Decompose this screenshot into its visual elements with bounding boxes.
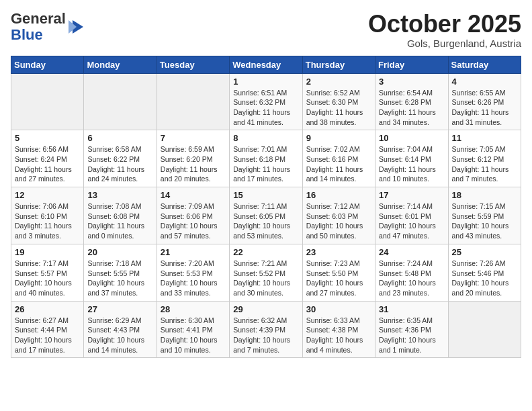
day-info: Sunrise: 7:05 AM Sunset: 6:12 PM Dayligh… [452,144,517,184]
day-number: 26 [15,304,80,314]
day-info: Sunrise: 7:23 AM Sunset: 5:50 PM Dayligh… [306,259,371,298]
day-number: 18 [452,190,517,200]
day-number: 5 [15,133,80,143]
calendar-cell: 10Sunrise: 7:04 AM Sunset: 6:14 PM Dayli… [375,130,448,187]
calendar-week-row: 1Sunrise: 6:51 AM Sunset: 6:32 PM Daylig… [11,73,521,130]
day-number: 8 [233,133,298,143]
calendar-cell: 5Sunrise: 6:56 AM Sunset: 6:24 PM Daylig… [11,130,84,187]
day-number: 22 [233,247,298,257]
column-header-saturday: Saturday [448,56,521,73]
day-info: Sunrise: 7:01 AM Sunset: 6:18 PM Dayligh… [233,144,298,184]
day-number: 21 [161,247,226,257]
day-info: Sunrise: 7:21 AM Sunset: 5:52 PM Dayligh… [233,259,298,298]
calendar-table: SundayMondayTuesdayWednesdayThursdayFrid… [11,56,521,359]
logo-blue-text: Blue [11,26,43,43]
calendar-cell: 22Sunrise: 7:21 AM Sunset: 5:52 PM Dayli… [230,244,302,301]
day-info: Sunrise: 7:24 AM Sunset: 5:48 PM Dayligh… [379,259,444,298]
calendar-cell: 15Sunrise: 7:11 AM Sunset: 6:05 PM Dayli… [230,187,302,244]
page-header: General Blue October 2025 Gols, Burgenla… [11,11,521,49]
calendar-cell [11,73,84,130]
day-info: Sunrise: 7:06 AM Sunset: 6:10 PM Dayligh… [15,201,80,241]
calendar-cell: 16Sunrise: 7:12 AM Sunset: 6:03 PM Dayli… [302,187,375,244]
calendar-cell: 17Sunrise: 7:14 AM Sunset: 6:01 PM Dayli… [375,187,448,244]
day-info: Sunrise: 6:27 AM Sunset: 4:44 PM Dayligh… [15,316,80,355]
day-number: 12 [15,190,80,200]
day-info: Sunrise: 7:08 AM Sunset: 6:08 PM Dayligh… [87,201,152,241]
day-number: 13 [87,190,152,200]
day-info: Sunrise: 7:12 AM Sunset: 6:03 PM Dayligh… [306,201,371,241]
day-info: Sunrise: 7:20 AM Sunset: 5:53 PM Dayligh… [161,259,226,298]
day-info: Sunrise: 7:02 AM Sunset: 6:16 PM Dayligh… [306,144,371,184]
day-number: 24 [379,247,444,257]
column-header-sunday: Sunday [11,56,84,73]
day-number: 6 [87,133,152,143]
day-number: 27 [87,304,152,314]
day-number: 28 [161,304,226,314]
day-number: 1 [233,77,298,87]
column-header-wednesday: Wednesday [230,56,302,73]
calendar-header-row: SundayMondayTuesdayWednesdayThursdayFrid… [11,56,521,73]
calendar-cell: 6Sunrise: 6:58 AM Sunset: 6:22 PM Daylig… [84,130,157,187]
day-info: Sunrise: 6:51 AM Sunset: 6:32 PM Dayligh… [233,88,298,128]
location: Gols, Burgenland, Austria [368,38,521,49]
day-info: Sunrise: 6:33 AM Sunset: 4:38 PM Dayligh… [306,316,371,355]
day-info: Sunrise: 7:18 AM Sunset: 5:55 PM Dayligh… [87,259,152,298]
day-number: 4 [452,77,517,87]
calendar-cell: 2Sunrise: 6:52 AM Sunset: 6:30 PM Daylig… [302,73,375,130]
calendar-cell: 21Sunrise: 7:20 AM Sunset: 5:53 PM Dayli… [157,244,229,301]
calendar-cell: 4Sunrise: 6:55 AM Sunset: 6:26 PM Daylig… [448,73,521,130]
day-number: 30 [306,304,371,314]
logo-general-text: General [11,10,66,27]
day-info: Sunrise: 6:54 AM Sunset: 6:28 PM Dayligh… [379,88,444,128]
day-info: Sunrise: 6:35 AM Sunset: 4:36 PM Dayligh… [379,316,444,355]
calendar-cell: 14Sunrise: 7:09 AM Sunset: 6:06 PM Dayli… [157,187,229,244]
calendar-cell: 27Sunrise: 6:29 AM Sunset: 4:43 PM Dayli… [84,301,157,358]
day-number: 7 [161,133,226,143]
calendar-cell: 1Sunrise: 6:51 AM Sunset: 6:32 PM Daylig… [230,73,302,130]
day-number: 23 [306,247,371,257]
calendar-week-row: 12Sunrise: 7:06 AM Sunset: 6:10 PM Dayli… [11,187,521,244]
day-info: Sunrise: 6:52 AM Sunset: 6:30 PM Dayligh… [306,88,371,128]
day-number: 29 [233,304,298,314]
column-header-friday: Friday [375,56,448,73]
calendar-cell [448,301,521,358]
calendar-cell: 28Sunrise: 6:30 AM Sunset: 4:41 PM Dayli… [157,301,229,358]
day-info: Sunrise: 7:09 AM Sunset: 6:06 PM Dayligh… [161,201,226,241]
calendar-cell: 24Sunrise: 7:24 AM Sunset: 5:48 PM Dayli… [375,244,448,301]
day-info: Sunrise: 7:26 AM Sunset: 5:46 PM Dayligh… [452,259,517,298]
calendar-cell: 19Sunrise: 7:17 AM Sunset: 5:57 PM Dayli… [11,244,84,301]
calendar-cell [84,73,157,130]
day-number: 25 [452,247,517,257]
column-header-monday: Monday [84,56,157,73]
column-header-tuesday: Tuesday [157,56,229,73]
calendar-cell: 7Sunrise: 6:59 AM Sunset: 6:20 PM Daylig… [157,130,229,187]
calendar-cell: 31Sunrise: 6:35 AM Sunset: 4:36 PM Dayli… [375,301,448,358]
day-info: Sunrise: 6:30 AM Sunset: 4:41 PM Dayligh… [161,316,226,355]
month-title: October 2025 [368,11,521,38]
column-header-thursday: Thursday [302,56,375,73]
calendar-cell: 11Sunrise: 7:05 AM Sunset: 6:12 PM Dayli… [448,130,521,187]
day-info: Sunrise: 7:17 AM Sunset: 5:57 PM Dayligh… [15,259,80,298]
calendar-cell: 23Sunrise: 7:23 AM Sunset: 5:50 PM Dayli… [302,244,375,301]
calendar-cell: 8Sunrise: 7:01 AM Sunset: 6:18 PM Daylig… [230,130,302,187]
day-number: 31 [379,304,444,314]
day-number: 17 [379,190,444,200]
day-number: 19 [15,247,80,257]
day-number: 10 [379,133,444,143]
day-info: Sunrise: 7:14 AM Sunset: 6:01 PM Dayligh… [379,201,444,241]
day-number: 2 [306,77,371,87]
calendar-cell: 29Sunrise: 6:32 AM Sunset: 4:39 PM Dayli… [230,301,302,358]
day-number: 14 [161,190,226,200]
day-info: Sunrise: 6:29 AM Sunset: 4:43 PM Dayligh… [87,316,152,355]
day-info: Sunrise: 7:11 AM Sunset: 6:05 PM Dayligh… [233,201,298,241]
day-number: 20 [87,247,152,257]
day-info: Sunrise: 6:55 AM Sunset: 6:26 PM Dayligh… [452,88,517,128]
day-number: 9 [306,133,371,143]
calendar-week-row: 19Sunrise: 7:17 AM Sunset: 5:57 PM Dayli… [11,244,521,301]
calendar-cell: 13Sunrise: 7:08 AM Sunset: 6:08 PM Dayli… [84,187,157,244]
day-number: 11 [452,133,517,143]
calendar-cell: 18Sunrise: 7:15 AM Sunset: 5:59 PM Dayli… [448,187,521,244]
calendar-cell: 25Sunrise: 7:26 AM Sunset: 5:46 PM Dayli… [448,244,521,301]
calendar-cell: 30Sunrise: 6:33 AM Sunset: 4:38 PM Dayli… [302,301,375,358]
calendar-week-row: 5Sunrise: 6:56 AM Sunset: 6:24 PM Daylig… [11,130,521,187]
